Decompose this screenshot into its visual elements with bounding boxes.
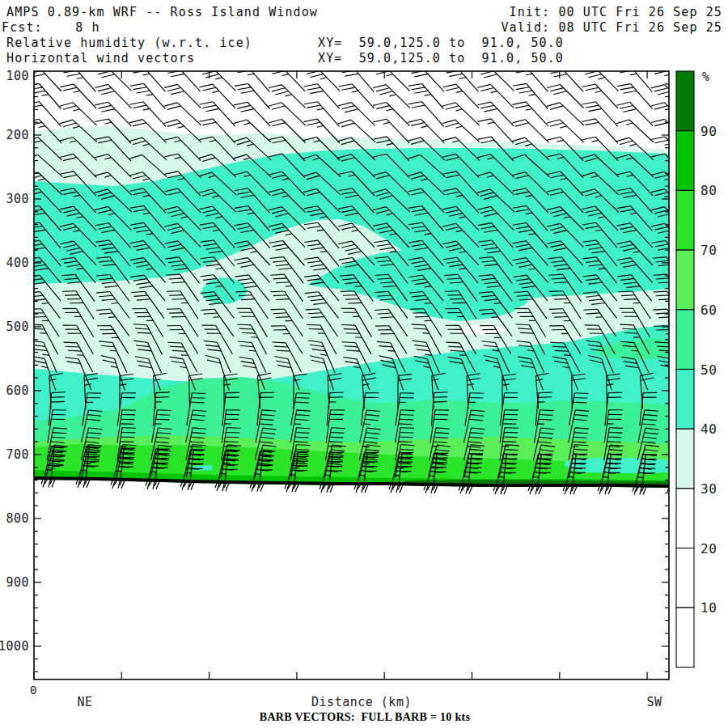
below-terrain-mask (34, 480, 669, 679)
y-tick-label: 200 (6, 128, 29, 142)
colorbar-tick-label: 80 (700, 183, 717, 198)
rh-shading (34, 126, 669, 493)
y-tick-label: 500 (6, 320, 29, 334)
barb-vectors-note: BARB VECTORS: FULL BARB = 10 kts (260, 711, 470, 724)
y-tick-label: 800 (6, 511, 29, 526)
colorbar-tick-label: 60 (700, 302, 717, 317)
colorbar-tick-label: 10 (700, 600, 717, 616)
x-axis-title: Distance (km) (311, 695, 412, 709)
section-right-end-label: SW (646, 695, 662, 709)
colorbar-tick-label: 40 (700, 421, 717, 437)
y-tick-label: 300 (6, 192, 29, 206)
y-tick-label: 100 (6, 69, 29, 83)
colorbar-tick-label: 30 (700, 480, 717, 496)
y-tick-label: 1000 (0, 639, 29, 654)
cross-section-plot (0, 0, 728, 728)
colorbar (676, 71, 694, 667)
y-tick-label: 400 (6, 256, 29, 270)
y-tick-label: 600 (6, 383, 29, 398)
y-tick-label: 700 (6, 447, 29, 462)
y-tick-label: 900 (6, 575, 29, 590)
colorbar-tick-label: 70 (700, 243, 717, 258)
colorbar-unit-label: % (702, 70, 710, 84)
colorbar-tick-label: 50 (700, 362, 717, 377)
colorbar-tick-label: 20 (700, 540, 717, 556)
colorbar-tick-label: 90 (700, 123, 717, 138)
section-left-end-label: NE (77, 695, 92, 709)
amps-cross-section-screen: AMPS 0.89-km WRF -- Ross Island Window I… (0, 0, 728, 728)
x-axis-origin-label: 0 (30, 684, 37, 696)
